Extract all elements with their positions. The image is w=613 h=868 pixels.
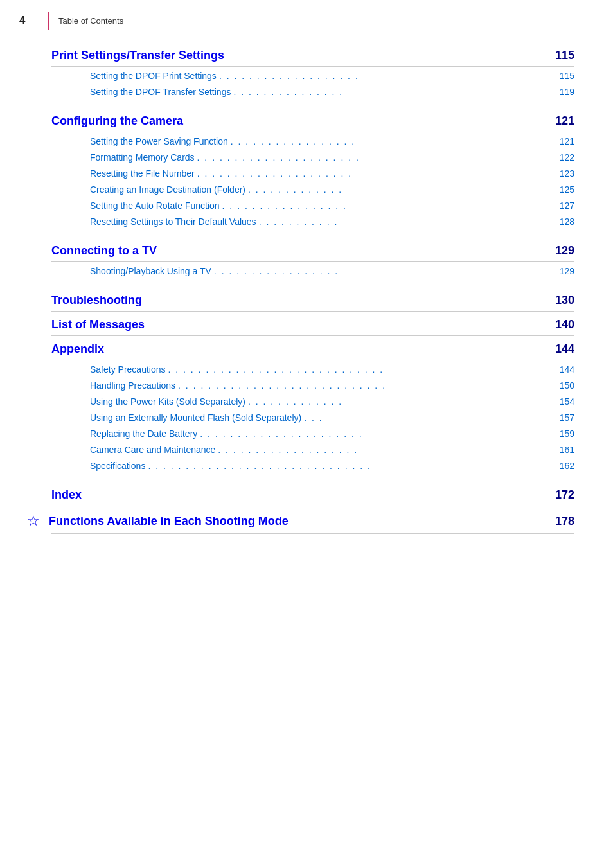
page: 4 Table of Contents Print Settings/Trans… [0,0,613,868]
star-icon: ☆ [27,513,40,529]
toc-sub-entry[interactable]: Formatting Memory Cards. . . . . . . . .… [90,152,574,166]
toc-section-page-configuring-camera: 121 [549,114,574,128]
toc-sub-entry[interactable]: Setting the Auto Rotate Function. . . . … [90,200,574,215]
toc-sub-label: Setting the DPOF Print Settings [90,71,217,81]
toc-dots: . . . . . . . . . . . . . . . . . . . . … [148,461,553,473]
page-number: 4 [19,14,39,27]
toc-section-label-print-settings: Print Settings/Transfer Settings [51,49,224,62]
toc-dots: . . . . . . . . . . . . . . . . . . . . … [200,429,553,441]
toc-sub-entries-appendix: Safety Precautions. . . . . . . . . . . … [51,360,574,482]
toc-dots: . . . . . . . . . . . . . . . . . . . . … [168,364,553,376]
header-title: Table of Contents [58,16,123,26]
toc-sub-entry[interactable]: Resetting the File Number. . . . . . . .… [90,168,574,182]
toc-section-label-appendix: Appendix [51,342,104,356]
toc-sub-entry[interactable]: Using an Externally Mounted Flash (Sold … [90,412,574,427]
toc-section-label-troubleshooting: Troubleshooting [51,294,142,307]
toc-sub-entry[interactable]: Using the Power Kits (Sold Separately). … [90,396,574,411]
toc-section-connecting-tv[interactable]: Connecting to a TV129 [51,238,574,262]
toc-dots: . . . . . . . . . . . . . [248,184,553,197]
toc-sub-entry[interactable]: Setting the DPOF Transfer Settings. . . … [90,87,574,101]
toc-section-print-settings[interactable]: Print Settings/Transfer Settings115 [51,42,574,67]
toc-section-page-list-messages: 140 [549,318,574,332]
toc-dots: . . . . . . . . . . . [259,217,553,229]
header-divider [48,12,49,30]
toc-sub-page: 125 [555,184,574,195]
toc-dots: . . . . . . . . . . . . . . . . . . . . … [178,380,553,393]
toc-dots: . . . [304,412,553,425]
toc-sub-entry[interactable]: Resetting Settings to Their Default Valu… [90,217,574,231]
toc-section-page-print-settings: 115 [549,49,574,62]
toc-sub-entry[interactable]: Specifications. . . . . . . . . . . . . … [90,461,574,475]
toc-sub-label: Resetting the File Number [90,168,195,179]
toc-dots: . . . . . . . . . . . . . . . . . [214,266,553,278]
toc-sub-entries-configuring-camera: Setting the Power Saving Function. . . .… [51,132,574,238]
toc-sub-page: 162 [555,461,574,471]
toc-sub-label: Setting the Auto Rotate Function [90,200,220,211]
toc-sub-entry[interactable]: Safety Precautions. . . . . . . . . . . … [90,364,574,378]
page-header: 4 Table of Contents [0,0,613,36]
toc-star-entry[interactable]: ☆Functions Available in Each Shooting Mo… [51,506,574,534]
toc-sub-label: Handling Precautions [90,380,175,391]
toc-sub-page: 129 [555,266,574,276]
toc-sub-entries-connecting-tv: Shooting/Playback Using a TV. . . . . . … [51,262,574,287]
toc-sub-label: Replacing the Date Battery [90,429,197,439]
toc-sub-entry[interactable]: Handling Precautions. . . . . . . . . . … [90,380,574,394]
star-entry-page: 178 [549,515,574,528]
toc-sub-entries-print-settings: Setting the DPOF Print Settings. . . . .… [51,67,574,108]
toc-sub-label: Safety Precautions [90,364,166,375]
toc-section-page-connecting-tv: 129 [549,244,574,258]
toc-sub-entry[interactable]: Creating an Image Destination (Folder). … [90,184,574,199]
toc-sub-entry[interactable]: Camera Care and Maintenance. . . . . . .… [90,445,574,459]
toc-sub-label: Formatting Memory Cards [90,152,195,163]
toc-sub-label: Camera Care and Maintenance [90,445,215,455]
toc-sub-label: Setting the DPOF Transfer Settings [90,87,231,97]
toc-sub-entry[interactable]: Replacing the Date Battery. . . . . . . … [90,429,574,443]
toc-dots: . . . . . . . . . . . . . . . . . [222,200,553,213]
toc-sub-entry[interactable]: Shooting/Playback Using a TV. . . . . . … [90,266,574,280]
toc-sub-page: 157 [555,412,574,423]
toc-sub-page: 144 [555,364,574,375]
toc-content: Print Settings/Transfer Settings115Setti… [0,36,613,553]
toc-sub-label: Creating an Image Destination (Folder) [90,184,245,195]
toc-section-label-index: Index [51,488,82,502]
toc-section-list-messages[interactable]: List of Messages140 [51,312,574,336]
toc-section-label-connecting-tv: Connecting to a TV [51,244,157,258]
toc-section-troubleshooting[interactable]: Troubleshooting130 [51,287,574,312]
toc-sub-page: 127 [555,200,574,211]
toc-sub-page: 121 [555,136,574,146]
toc-dots: . . . . . . . . . . . . . . . . . . . [218,445,553,457]
toc-sub-page: 154 [555,396,574,407]
toc-sub-label: Using the Power Kits (Sold Separately) [90,396,245,407]
toc-dots: . . . . . . . . . . . . . . . . . . . . … [197,168,553,181]
toc-dots: . . . . . . . . . . . . . . . . . . . [219,71,553,83]
toc-sub-page: 159 [555,429,574,439]
toc-section-configuring-camera[interactable]: Configuring the Camera121 [51,108,574,132]
toc-section-page-appendix: 144 [549,342,574,356]
toc-dots: . . . . . . . . . . . . . . . . . [231,136,553,148]
toc-sub-entry[interactable]: Setting the DPOF Print Settings. . . . .… [90,71,574,85]
toc-dots: . . . . . . . . . . . . . . . [233,87,553,99]
toc-sub-label: Setting the Power Saving Function [90,136,228,146]
toc-section-label-list-messages: List of Messages [51,318,145,332]
toc-sub-label: Using an Externally Mounted Flash (Sold … [90,412,301,423]
toc-sub-page: 150 [555,380,574,391]
toc-sub-page: 123 [555,168,574,179]
toc-section-page-index: 172 [549,488,574,502]
toc-sub-label: Resetting Settings to Their Default Valu… [90,217,256,227]
toc-sub-page: 122 [555,152,574,163]
toc-section-appendix[interactable]: Appendix144 [51,336,574,360]
toc-section-label-configuring-camera: Configuring the Camera [51,114,183,128]
toc-sub-label: Specifications [90,461,145,471]
toc-sub-page: 119 [555,87,574,97]
toc-section-page-troubleshooting: 130 [549,294,574,307]
star-entry-label: Functions Available in Each Shooting Mod… [49,515,549,528]
toc-sub-entry[interactable]: Setting the Power Saving Function. . . .… [90,136,574,150]
toc-sub-page: 128 [555,217,574,227]
toc-section-index[interactable]: Index172 [51,482,574,506]
toc-sub-page: 115 [555,71,574,81]
toc-dots: . . . . . . . . . . . . . [248,396,553,409]
toc-sub-page: 161 [555,445,574,455]
toc-dots: . . . . . . . . . . . . . . . . . . . . … [197,152,553,164]
toc-sub-label: Shooting/Playback Using a TV [90,266,211,276]
